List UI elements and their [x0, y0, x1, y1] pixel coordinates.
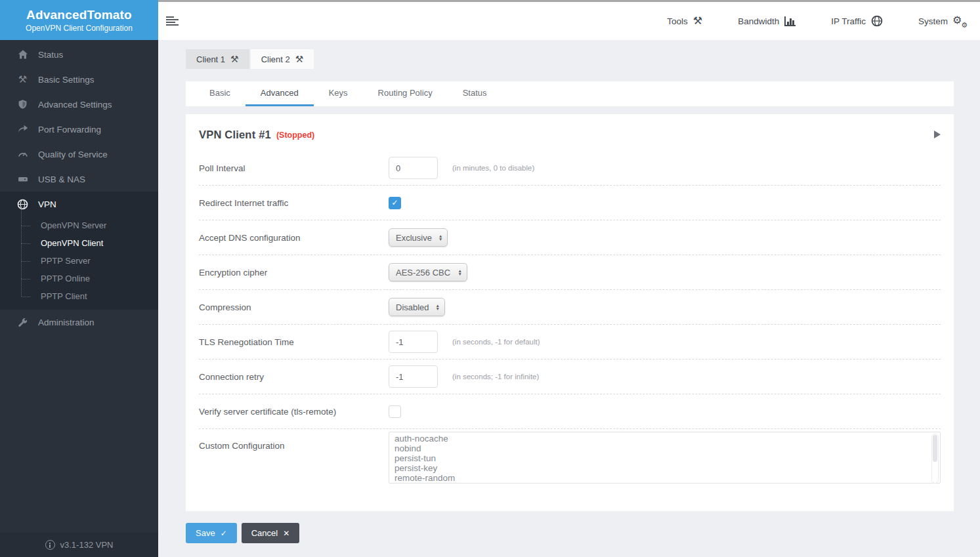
tab-client-2[interactable]: Client 2 ⚒ — [251, 49, 314, 69]
field-label: Connection retry — [199, 372, 389, 382]
sidebar-item-label: Basic Settings — [38, 75, 95, 85]
nav-label: Bandwidth — [738, 16, 779, 26]
sidebar-item-port-forwarding[interactable]: Port Forwarding — [0, 117, 158, 142]
encryption-cipher-select[interactable]: AES-256 CBC ▲▼ — [389, 263, 467, 281]
sidebar-item-label: Administration — [38, 318, 95, 327]
tab-client-1[interactable]: Client 1 ⚒ — [186, 49, 249, 69]
main-area: Tools ⚒ Bandwidth IP Traffic System ⚙ — [158, 0, 980, 557]
custom-config-textarea[interactable]: auth-nocache nobind persist-tun persist-… — [389, 432, 941, 484]
form-row-custom-configuration: Custom Configuration auth-nocache nobind… — [199, 429, 941, 498]
close-icon: ✕ — [283, 529, 289, 538]
panel-title: VPN Client #1 — [199, 129, 271, 141]
field-hint: (in seconds; -1 for infinite) — [452, 373, 539, 381]
sidebar-item-quality-of-service[interactable]: Quality of Service — [0, 142, 158, 167]
sidebar-item-pptp-client[interactable]: PPTP Client — [0, 287, 158, 305]
content-area: Client 1 ⚒ Client 2 ⚒ Basic Advanced Key… — [158, 40, 980, 557]
sidebar-item-administration[interactable]: Administration — [0, 310, 158, 335]
form-actions: Save ✓ Cancel ✕ — [186, 523, 954, 543]
select-arrows-icon: ▲▼ — [458, 269, 462, 276]
start-client-icon[interactable] — [934, 131, 941, 138]
status-badge: (Stopped) — [276, 129, 314, 140]
tree-connector — [21, 279, 32, 297]
menu-toggle-icon[interactable] — [166, 16, 179, 26]
save-button[interactable]: Save ✓ — [186, 523, 237, 543]
tools-icon: ⚒ — [295, 54, 304, 64]
form-row-tls-renegotiation: TLS Renegotiation Time (in seconds, -1 f… — [199, 325, 941, 360]
nav-label: System — [918, 16, 948, 26]
nav-bandwidth[interactable]: Bandwidth — [738, 16, 796, 26]
sidebar-subitem-label: PPTP Online — [41, 274, 90, 283]
field-label: Compression — [199, 302, 389, 312]
sidebar-subitem-label: OpenVPN Server — [41, 220, 106, 230]
tools-icon: ⚒ — [17, 73, 28, 85]
gears-icon: ⚙⚙ — [953, 15, 966, 27]
scrollbar-thumb[interactable] — [933, 435, 937, 462]
home-icon — [17, 49, 28, 60]
tab-label: Client 1 — [196, 54, 225, 64]
connection-retry-input[interactable] — [389, 365, 438, 388]
save-label: Save — [196, 528, 215, 538]
check-icon: ✓ — [221, 529, 227, 538]
nav-label: Tools — [667, 16, 688, 26]
verify-certificate-checkbox[interactable]: ✓ — [389, 405, 401, 418]
field-label: Redirect Internet traffic — [199, 198, 389, 208]
cancel-button[interactable]: Cancel ✕ — [242, 523, 300, 543]
nav-label: IP Traffic — [831, 16, 866, 26]
tab-advanced[interactable]: Advanced — [245, 81, 314, 106]
tls-renegotiation-input[interactable] — [389, 331, 438, 353]
form-row-accept-dns: Accept DNS configuration Exclusive ▲▼ — [199, 220, 941, 255]
compression-select[interactable]: Disabled ▲▼ — [389, 298, 445, 316]
sidebar-item-label: VPN — [38, 199, 56, 209]
info-icon — [45, 540, 55, 550]
field-hint: (in minutes, 0 to disable) — [452, 164, 534, 172]
form-row-redirect-traffic: Redirect Internet traffic ✓ — [199, 186, 941, 220]
poll-interval-input[interactable] — [389, 157, 438, 179]
sidebar-item-advanced-settings[interactable]: Advanced Settings — [0, 92, 158, 117]
globe-icon — [871, 15, 883, 27]
top-header: Tools ⚒ Bandwidth IP Traffic System ⚙ — [158, 0, 980, 40]
form-row-connection-retry: Connection retry (in seconds; -1 for inf… — [199, 360, 941, 394]
sidebar-item-label: Port Forwarding — [38, 125, 101, 134]
form-row-poll-interval: Poll Interval (in minutes, 0 to disable) — [199, 151, 941, 186]
page-subtitle: OpenVPN Client Configuration — [26, 24, 133, 33]
top-nav: Tools ⚒ Bandwidth IP Traffic System ⚙ — [667, 15, 966, 27]
sidebar-item-label: USB & NAS — [38, 175, 85, 184]
form-row-verify-certificate: Verify server certificate (tls-remote) ✓ — [199, 394, 941, 429]
textarea-scrollbar[interactable] — [931, 434, 939, 484]
sidebar: AdvancedTomato OpenVPN Client Configurat… — [0, 0, 158, 557]
tab-keys[interactable]: Keys — [314, 81, 363, 106]
sidebar-item-label: Advanced Settings — [38, 100, 112, 110]
redirect-internet-traffic-checkbox[interactable]: ✓ — [389, 197, 401, 209]
bar-chart-icon — [784, 16, 796, 26]
form-row-compression: Compression Disabled ▲▼ — [199, 290, 941, 325]
field-label: Verify server certificate (tls-remote) — [199, 407, 389, 417]
nav-system[interactable]: System ⚙⚙ — [918, 15, 966, 27]
accept-dns-select[interactable]: Exclusive ▲▼ — [389, 228, 448, 247]
app-logo[interactable]: AdvancedTomato OpenVPN Client Configurat… — [0, 0, 158, 40]
field-label: Poll Interval — [199, 163, 389, 173]
version-footer: v3.1-132 VPN — [0, 533, 158, 557]
tab-routing-policy[interactable]: Routing Policy — [363, 81, 448, 106]
sidebar-item-status[interactable]: Status — [0, 42, 158, 67]
form-row-encryption-cipher: Encryption cipher AES-256 CBC ▲▼ — [199, 255, 941, 290]
sidebar-subitem-label: PPTP Server — [41, 256, 91, 266]
select-arrows-icon: ▲▼ — [438, 234, 442, 241]
nav-tools[interactable]: Tools ⚒ — [667, 16, 702, 26]
select-arrows-icon: ▲▼ — [436, 304, 440, 311]
sidebar-nav: Status ⚒ Basic Settings Advanced Setting… — [0, 40, 158, 335]
tree-connector — [21, 208, 32, 226]
app-title: AdvancedTomato — [26, 8, 132, 22]
forward-arrow-icon — [17, 124, 28, 135]
tab-status[interactable]: Status — [448, 81, 502, 106]
tools-icon: ⚒ — [230, 54, 239, 64]
sidebar-group-vpn: VPN OpenVPN Server OpenVPN Client PPTP S… — [0, 192, 158, 310]
sidebar-subitem-label: OpenVPN Client — [41, 238, 103, 248]
tab-basic[interactable]: Basic — [194, 81, 245, 106]
select-value: Disabled — [396, 302, 429, 312]
field-label: Accept DNS configuration — [199, 233, 389, 243]
nav-ip-traffic[interactable]: IP Traffic — [831, 15, 883, 27]
sidebar-item-basic-settings[interactable]: ⚒ Basic Settings — [0, 67, 158, 92]
cancel-label: Cancel — [251, 528, 278, 538]
sidebar-item-usb-nas[interactable]: USB & NAS — [0, 167, 158, 192]
tree-connector — [21, 243, 32, 261]
